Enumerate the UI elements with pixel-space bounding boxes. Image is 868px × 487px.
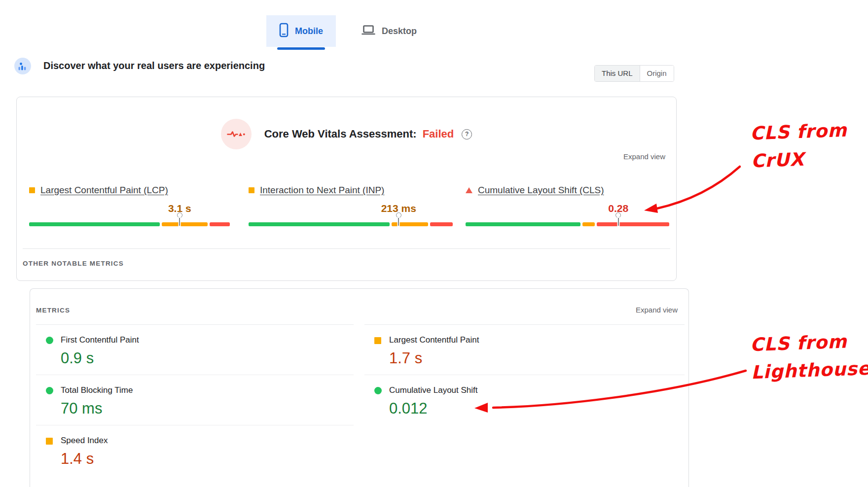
cls-metric-link[interactable]: Cumulative Layout Shift (CLS) <box>478 185 604 196</box>
tbt-label: Total Blocking Time <box>61 385 354 395</box>
lab-row-speed-index: Speed Index 1.4 s <box>36 425 354 475</box>
card-divider <box>23 248 670 249</box>
inp-status-square-icon <box>249 187 254 193</box>
cwv-expand-view-link[interactable]: Expand view <box>623 152 665 161</box>
help-icon[interactable]: ? <box>462 129 472 139</box>
cwv-metric-lcp: Largest Contentful Paint (LCP) 3.1 s <box>29 185 230 232</box>
cls-status-triangle-icon <box>466 187 472 193</box>
tbt-status-circle-icon <box>46 387 53 394</box>
speed-index-value: 1.4 s <box>61 450 354 468</box>
cwv-assessment-result: Failed <box>423 128 454 140</box>
speed-index-label: Speed Index <box>61 436 354 446</box>
real-users-icon <box>14 57 32 75</box>
cwv-metric-cls: Cumulative Layout Shift (CLS) 0.28 <box>466 185 669 232</box>
speed-index-status-square-icon <box>46 438 53 445</box>
inp-marker-pin <box>396 212 401 226</box>
inp-distribution-bar <box>249 222 453 226</box>
toggle-this-url[interactable]: This URL <box>595 66 640 81</box>
bar-segment-poor <box>210 222 230 226</box>
lab-row-lcp: Largest Contentful Paint 1.7 s <box>364 325 685 375</box>
tab-mobile[interactable]: Mobile <box>266 15 336 47</box>
cwv-assessment-header: Core Web Vitals Assessment: Failed ? <box>17 119 676 149</box>
bar-segment-good <box>249 222 390 226</box>
lab-row-tbt: Total Blocking Time 70 ms <box>36 375 354 425</box>
lcp-lab-label: Largest Contentful Paint <box>389 335 685 345</box>
other-notable-metrics-label: OTHER NOTABLE METRICS <box>23 260 124 267</box>
metrics-section-label: METRICS <box>36 307 70 314</box>
laptop-icon <box>362 25 375 37</box>
inp-metric-link[interactable]: Interaction to Next Paint (INP) <box>260 185 384 196</box>
core-web-vitals-card: Core Web Vitals Assessment: Failed ? Exp… <box>16 97 677 281</box>
lab-column-left: First Contentful Paint 0.9 s Total Block… <box>36 325 354 475</box>
cls-distribution-bar <box>466 222 669 226</box>
lab-row-cls: Cumulative Layout Shift 0.012 <box>364 375 685 425</box>
cwv-metric-inp: Interaction to Next Paint (INP) 213 ms <box>249 185 453 232</box>
cls-marker-pin <box>615 212 621 226</box>
lcp-status-square-icon <box>374 337 381 344</box>
inp-gauge: 213 ms <box>249 203 453 232</box>
bar-segment-needs-improvement <box>582 222 595 226</box>
page-title: Discover what your real users are experi… <box>43 60 265 71</box>
cwv-failed-badge-icon <box>221 119 252 149</box>
bar-segment-poor <box>597 222 669 226</box>
cwv-assessment-title: Core Web Vitals Assessment: Failed ? <box>264 128 472 140</box>
lcp-lab-value: 1.7 s <box>389 349 685 367</box>
fcp-label: First Contentful Paint <box>61 335 354 345</box>
lcp-metric-link[interactable]: Largest Contentful Paint (LCP) <box>40 185 168 196</box>
lcp-gauge: 3.1 s <box>29 203 230 232</box>
bar-segment-good <box>466 222 580 226</box>
tab-mobile-label: Mobile <box>295 26 323 36</box>
cls-status-circle-icon <box>374 387 382 394</box>
scope-toggle: This URL Origin <box>594 65 674 82</box>
tab-desktop[interactable]: Desktop <box>349 15 430 47</box>
lab-expand-view-link[interactable]: Expand view <box>636 306 678 314</box>
annotation-cls-from-lighthouse: CLS from Lighthouse <box>750 327 868 386</box>
phone-icon <box>279 23 289 39</box>
cwv-assessment-label: Core Web Vitals Assessment: <box>264 128 417 140</box>
toggle-origin[interactable]: Origin <box>640 66 674 81</box>
fcp-value: 0.9 s <box>61 349 354 367</box>
tab-desktop-label: Desktop <box>382 26 417 36</box>
cls-lab-label: Cumulative Layout Shift <box>389 385 685 395</box>
lab-row-fcp: First Contentful Paint 0.9 s <box>36 325 354 375</box>
active-tab-underline <box>277 47 325 50</box>
bar-segment-poor <box>430 222 453 226</box>
fcp-status-circle-icon <box>46 337 53 344</box>
lcp-distribution-bar <box>29 222 230 226</box>
lab-column-right: Largest Contentful Paint 1.7 s Cumulativ… <box>364 325 685 425</box>
lcp-status-square-icon <box>29 187 35 193</box>
cls-gauge: 0.28 <box>466 203 669 232</box>
lighthouse-metrics-card: METRICS Expand view First Contentful Pai… <box>30 288 689 487</box>
bar-segment-needs-improvement <box>162 222 208 226</box>
tbt-value: 70 ms <box>61 400 354 417</box>
bar-segment-good <box>29 222 160 226</box>
annotation-cls-from-crux: CLS from CrUX <box>750 117 848 175</box>
lcp-marker-pin <box>177 212 182 226</box>
device-tabs: Mobile Desktop <box>266 15 430 47</box>
cls-lab-value: 0.012 <box>389 400 685 417</box>
